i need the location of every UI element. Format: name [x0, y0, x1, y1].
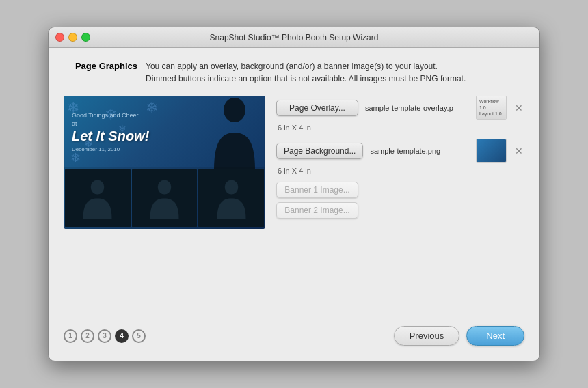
step-5: 5 [132, 329, 146, 343]
step-indicators: 1 2 3 4 5 [64, 329, 146, 343]
close-button[interactable] [55, 33, 64, 42]
preview-main-title: Let It Snow! [72, 128, 196, 143]
banner2-button[interactable]: Banner 2 Image... [276, 202, 358, 219]
next-button[interactable]: Next [466, 326, 524, 346]
banner1-button[interactable]: Banner 1 Image... [276, 182, 358, 198]
overlay-filename: sample-template-overlay.p [365, 104, 469, 112]
preview-greeting: Good Tidings and Cheer [72, 112, 196, 119]
silhouette-top-svg [211, 96, 258, 170]
bottom-cell-1 [65, 169, 131, 227]
main-window: SnapShot Studio™ Photo Booth Setup Wizar… [48, 27, 540, 361]
page-overlay-button[interactable]: Page Overlay... [276, 100, 358, 116]
page-background-button[interactable]: Page Background... [276, 143, 363, 159]
previous-button[interactable]: Previous [394, 326, 460, 346]
preview-silhouette-top [204, 96, 265, 169]
overlay-thumbnail: Workflow 1.0 Layout 1.0 [476, 96, 507, 120]
silhouette-1 [82, 176, 113, 221]
background-filename: sample-template.png [370, 147, 469, 155]
preview-text-area: Good Tidings and Cheer at Let It Snow! D… [64, 96, 204, 169]
content-area: Page Graphics You can apply an overlay, … [49, 48, 539, 361]
nav-buttons: Previous Next [394, 326, 524, 346]
window-controls [55, 33, 90, 42]
footer: 1 2 3 4 5 Previous Next [64, 318, 524, 348]
banner1-row: Banner 1 Image... [276, 182, 524, 198]
step-3: 3 [98, 329, 111, 343]
background-clear-button[interactable]: ✕ [513, 146, 524, 156]
bottom-cell-2 [132, 169, 198, 227]
background-size: 6 in X 4 in [276, 167, 524, 175]
preview-top: Good Tidings and Cheer at Let It Snow! D… [64, 96, 265, 169]
svg-point-1 [91, 180, 105, 194]
background-thumbnail [476, 139, 507, 163]
maximize-button[interactable] [81, 33, 90, 42]
overlay-size: 6 in X 4 in [276, 124, 524, 132]
preview-at: at [72, 120, 196, 127]
overlay-clear-button[interactable]: ✕ [513, 102, 524, 113]
preview-background: ❄ ❄ ❄ ❄ ❄ ❄ Good Tidings and Cheer at Le… [64, 96, 265, 229]
step-1: 1 [64, 329, 77, 343]
step-4: 4 [115, 329, 129, 343]
preview-date: December 11, 2010 [72, 146, 196, 152]
svg-point-2 [158, 180, 172, 194]
overlay-row: Page Overlay... sample-template-overlay.… [276, 96, 524, 120]
overlay-thumb-text: Workflow 1.0 [479, 98, 503, 111]
section-label: Page Graphics [64, 60, 146, 71]
controls-area: Page Overlay... sample-template-overlay.… [276, 96, 524, 318]
header-section: Page Graphics You can apply an overlay, … [64, 60, 524, 85]
header-description: You can apply an overlay, background (an… [146, 60, 466, 85]
preview-area: ❄ ❄ ❄ ❄ ❄ ❄ Good Tidings and Cheer at Le… [64, 96, 265, 229]
background-thumb-bg [477, 139, 506, 162]
silhouette-3 [216, 176, 247, 221]
background-row: Page Background... sample-template.png ✕ [276, 139, 524, 163]
bottom-cell-3 [198, 169, 264, 227]
banner2-row: Banner 2 Image... [276, 202, 524, 219]
titlebar: SnapShot Studio™ Photo Booth Setup Wizar… [49, 27, 539, 48]
overlay-thumb-text2: Layout 1.0 [479, 111, 502, 117]
header-desc-line2: Dimmed buttons indicate an option that i… [146, 72, 466, 85]
window-title: SnapShot Studio™ Photo Booth Setup Wizar… [210, 33, 379, 42]
svg-point-3 [224, 180, 238, 194]
main-section: ❄ ❄ ❄ ❄ ❄ ❄ Good Tidings and Cheer at Le… [64, 96, 524, 318]
svg-point-0 [224, 98, 245, 122]
header-desc-line1: You can apply an overlay, background (an… [146, 60, 466, 72]
preview-bottom [64, 167, 265, 229]
minimize-button[interactable] [68, 33, 77, 42]
silhouette-2 [149, 176, 180, 221]
step-2: 2 [81, 329, 94, 343]
